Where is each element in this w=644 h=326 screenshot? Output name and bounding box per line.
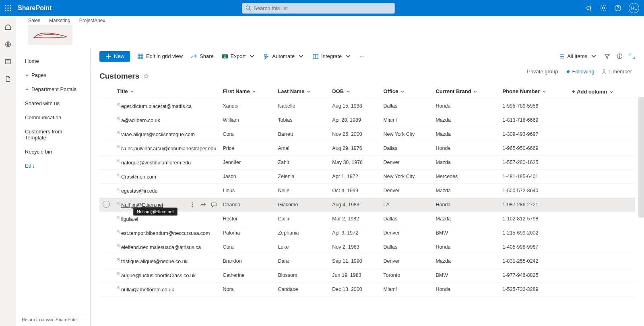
title-link[interactable]: ligula.el [121, 216, 138, 222]
filter-icon[interactable] [604, 53, 610, 59]
user-avatar[interactable]: HL [629, 3, 639, 13]
more-vertical-icon[interactable] [189, 202, 195, 208]
row-select[interactable] [99, 212, 114, 226]
search-box[interactable] [242, 3, 395, 14]
info-icon[interactable] [617, 53, 623, 59]
title-link[interactable]: Nullam@Etiam.net [121, 202, 163, 208]
cell-phone: 1-500-572-8640 [499, 184, 568, 198]
table-row[interactable]: ⇱ligula.elHectorCailinMar 2, 1982DallasM… [99, 212, 635, 226]
share-button[interactable]: Share [190, 52, 215, 61]
title-link[interactable]: vitae.aliquet@sociisnatoque.com [121, 132, 195, 137]
row-select[interactable] [99, 282, 114, 297]
row-select[interactable] [99, 127, 114, 141]
site-logo[interactable] [28, 25, 72, 45]
nav-home[interactable]: Home [16, 54, 90, 68]
table-row[interactable]: ⇱nulla@ametlorem.co.ukNoraCandaceDec 13,… [99, 282, 635, 297]
nav-classic-link[interactable]: Return to classic SharePoint [16, 313, 90, 326]
edit-grid-button[interactable]: Edit in grid view [136, 52, 184, 61]
nav-recycle[interactable]: Recycle bin [16, 145, 90, 159]
select-circle-icon[interactable] [103, 201, 110, 208]
row-select[interactable] [99, 156, 114, 170]
rail-home[interactable] [4, 23, 12, 32]
rail-global[interactable] [4, 41, 12, 49]
row-select[interactable] [99, 226, 114, 240]
col-brand[interactable]: Current Brand [432, 84, 499, 99]
row-select[interactable] [99, 170, 114, 184]
title-link[interactable]: nulla@ametlorem.co.uk [121, 287, 174, 293]
col-phone[interactable]: Phone Number [499, 84, 568, 99]
automate-button[interactable]: Automate [262, 52, 305, 61]
table-row[interactable]: ⇱egestas@in.eduLinusNelleOct 4, 1999Denv… [99, 184, 635, 198]
table-row[interactable]: ⇱Nullam@Etiam.netNullam@Etiam.netChandaG… [99, 198, 635, 212]
title-link[interactable]: est.tempor.bibendum@neccursusa.com [121, 230, 210, 236]
hub-nav-projectapex[interactable]: ProjectApex [79, 18, 105, 23]
row-select[interactable] [99, 113, 114, 127]
chevron-down-icon [25, 73, 29, 77]
following-toggle[interactable]: Following [566, 69, 594, 75]
title-link[interactable]: Cras@non.com [121, 174, 156, 180]
hub-nav-marketing[interactable]: Marketing [49, 18, 70, 23]
title-link[interactable]: Nunc.pulvinar.arcu@conubianostraper.edu [121, 146, 216, 152]
view-selector[interactable]: All Items [557, 52, 598, 61]
col-first[interactable]: First Name [219, 84, 275, 99]
nav-customers-template[interactable]: Customers from Template [16, 125, 90, 145]
table-row[interactable]: ⇱augue@luctuslobortisClass.co.ukCatherin… [99, 268, 635, 282]
members-link[interactable]: 1 member [601, 69, 632, 75]
cell-phone: 1-309-493-9697 [499, 127, 568, 141]
help-icon[interactable] [614, 4, 621, 12]
table-row[interactable]: ⇱natoque@vestibulumlorem.eduJenniferZahi… [99, 156, 635, 170]
table-row[interactable]: ⇱est.tempor.bibendum@neccursusa.comPalom… [99, 226, 635, 240]
more-button[interactable]: ··· [359, 52, 365, 61]
table-row[interactable]: ⇱tristique.aliquet@neque.co.ukBrandonDar… [99, 254, 635, 268]
row-select[interactable] [99, 254, 114, 268]
table-row[interactable]: ⇱Nunc.pulvinar.arcu@conubianostraper.edu… [99, 141, 635, 156]
settings-icon[interactable] [600, 4, 607, 12]
export-button[interactable]: X Export [221, 52, 256, 61]
title-link[interactable]: eleifend.nec.malesuada@atrisus.ca [121, 245, 201, 250]
nav-pages[interactable]: Pages [16, 68, 90, 82]
share-row-icon[interactable] [200, 202, 206, 208]
col-office[interactable]: Office [380, 84, 432, 99]
title-link[interactable]: augue@luctuslobortisClass.co.uk [121, 273, 196, 278]
megaphone-icon[interactable] [585, 4, 592, 12]
nav-department-portals[interactable]: Department Portals [16, 82, 90, 96]
row-select[interactable] [99, 240, 114, 254]
title-link[interactable]: natoque@vestibulumlorem.edu [121, 160, 191, 166]
nav-communication[interactable]: Communication [16, 110, 90, 125]
table-row[interactable]: ⇱a@aclibero.co.ukWilliamTobiasApr 28, 19… [99, 113, 635, 127]
nav-edit[interactable]: Edit [16, 159, 90, 173]
row-select[interactable] [99, 268, 114, 282]
favorite-star-icon[interactable] [143, 73, 149, 79]
col-add[interactable]: +Add column [568, 84, 635, 99]
row-select[interactable] [99, 184, 114, 198]
hub-nav-sales[interactable]: Sales [28, 18, 40, 23]
title-link[interactable]: eget.dictum.placerat@mattis.ca [121, 104, 192, 109]
row-select[interactable] [99, 141, 114, 156]
col-last[interactable]: Last Name [275, 84, 329, 99]
comment-icon[interactable] [211, 202, 217, 208]
row-select[interactable] [99, 99, 114, 113]
table-row[interactable]: ⇱Cras@non.comJasonZeleniaApr 1, 1972New … [99, 170, 635, 184]
search-input[interactable] [254, 5, 391, 11]
table-row[interactable]: ⇱eget.dictum.placerat@mattis.caXanderIsa… [99, 99, 635, 113]
row-select[interactable] [99, 198, 114, 212]
col-title[interactable]: Title [114, 84, 219, 99]
table-wrap[interactable]: Title First Name Last Name DOB Office Cu… [91, 84, 644, 326]
rail-news[interactable] [4, 58, 12, 66]
title-link[interactable]: a@aclibero.co.uk [121, 118, 160, 123]
scrollbar-vertical[interactable] [638, 97, 644, 218]
integrate-button[interactable]: Integrate [312, 52, 352, 61]
title-link[interactable]: tristique.aliquet@neque.co.uk [121, 259, 188, 264]
new-button[interactable]: New [99, 51, 130, 62]
rail-files[interactable] [4, 75, 12, 84]
title-link[interactable]: egestas@in.edu [121, 188, 158, 194]
expand-icon[interactable] [629, 53, 635, 59]
col-select[interactable] [99, 84, 114, 99]
nav-shared[interactable]: Shared with us [16, 96, 90, 110]
table-row[interactable]: ⇱vitae.aliquet@sociisnatoque.comCoraBarr… [99, 127, 635, 141]
content-row: Home Pages Department Portals Shared wit… [16, 48, 644, 326]
app-name[interactable]: SharePoint [18, 4, 52, 12]
table-row[interactable]: ⇱eleifend.nec.malesuada@atrisus.caCoraLu… [99, 240, 635, 254]
col-dob[interactable]: DOB [329, 84, 380, 99]
app-launcher-button[interactable] [0, 0, 16, 16]
